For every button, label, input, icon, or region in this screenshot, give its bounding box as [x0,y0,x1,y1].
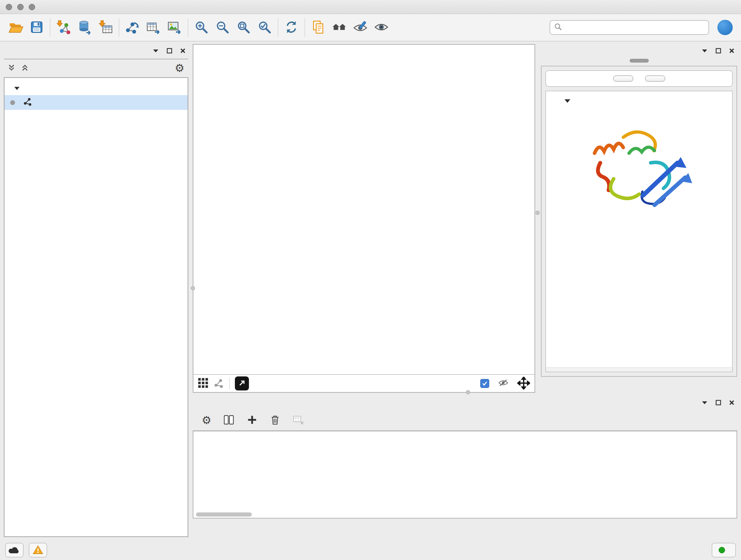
main-area: ⚙ [0,42,741,540]
grid-icon [198,378,209,389]
open-session-button[interactable] [5,17,26,38]
table-tabs [193,518,737,537]
expand-all-button[interactable] [21,64,29,72]
delete-column-button[interactable] [269,414,281,427]
refresh-layout-button[interactable] [281,17,302,38]
current-network-dot-icon [10,100,15,105]
toolbar-separator [188,18,188,37]
import-network-database-button[interactable] [74,17,95,38]
double-chevron-down-icon [8,64,15,72]
float-menu-button[interactable] [152,49,159,54]
show-columns-button[interactable] [223,414,235,427]
float-panel-button[interactable] [716,400,721,407]
table-delete-icon [292,414,305,427]
collapse-all-button[interactable] [8,64,15,72]
close-window-button[interactable] [6,4,12,10]
grid-view-button[interactable] [198,378,209,389]
tree-row-collection[interactable] [4,80,188,95]
zoom-out-button[interactable] [212,17,233,38]
network-icon [23,97,32,108]
zoom-fit-icon [236,20,251,36]
expander-icon[interactable] [14,83,20,92]
show-graphics-button[interactable] [371,17,392,38]
triangle-down-icon [701,49,708,54]
tree-row-network[interactable] [4,95,188,110]
network-view [193,44,535,393]
gear-icon[interactable]: ⚙ [175,63,185,73]
export-image-button[interactable] [164,17,185,38]
import-network-icon [56,19,71,36]
control-panel: ⚙ [4,44,188,537]
close-panel-button[interactable] [729,48,735,55]
close-icon [729,48,735,55]
birdseye-view-button[interactable] [214,378,224,389]
minimize-window-button[interactable] [17,4,23,10]
hscroll-thumb[interactable] [196,512,252,516]
table-hscrollbar [193,511,737,518]
control-panel-toolbar: ⚙ [4,59,188,77]
results-scrollbar[interactable] [546,367,732,372]
network-canvas[interactable] [193,45,535,374]
control-panel-header [4,44,188,58]
close-panel-button[interactable] [729,400,735,407]
warnings-button[interactable] [29,543,47,557]
splitter-handle-right[interactable] [536,211,540,215]
save-icon [29,20,44,36]
import-table-file-button[interactable] [95,17,116,38]
clone-network-button[interactable] [122,17,143,38]
splitter-handle-left[interactable] [191,286,195,290]
close-panel-button[interactable] [180,48,186,55]
maximize-window-button[interactable] [29,4,35,10]
cloud-button[interactable] [5,543,23,557]
copy-document-button[interactable] [308,17,329,38]
network-overview-button[interactable] [329,17,350,38]
tab-string[interactable] [630,59,649,63]
node-table [193,430,737,518]
network-arrows-icon [125,19,140,36]
collapse-all-results-button[interactable] [645,75,665,82]
eye-pencil-icon [353,19,368,36]
database-icon [77,19,92,36]
float-panel-button[interactable] [716,48,721,55]
import-network-file-button[interactable] [53,17,74,38]
zoom-fit-button[interactable] [233,17,254,38]
gene-section [545,91,733,372]
expander-icon[interactable] [564,98,571,105]
memory-status-dot [719,547,725,553]
columns-icon [223,414,235,427]
trash-icon [269,414,281,427]
hide-panels-button[interactable] [350,17,371,38]
network-gray-icon [214,378,224,389]
network-svg [193,45,535,374]
zoom-selected-button[interactable] [254,17,275,38]
zoom-in-button[interactable] [191,17,212,38]
right-column: ⚙ [193,44,737,537]
eye-icon [374,19,389,36]
export-table-button[interactable] [143,17,164,38]
status-bar [0,540,741,560]
memory-button[interactable] [712,543,736,557]
save-session-button[interactable] [26,17,47,38]
cloud-icon [8,545,21,555]
results-buttons-row [545,70,733,87]
zoom-selected-icon [257,20,272,36]
float-menu-button[interactable] [701,400,708,406]
table-settings-gear-icon[interactable]: ⚙ [202,415,211,426]
pan-mode-button[interactable] [517,377,530,390]
move-crosshair-icon [517,377,530,390]
open-in-new-button[interactable] [235,376,249,390]
float-menu-button[interactable] [701,49,708,54]
add-column-button[interactable] [246,414,258,427]
search-icon [554,23,562,32]
float-window-icon [716,48,721,55]
float-panel-button[interactable] [166,48,172,55]
selected-checkbox[interactable] [480,379,489,388]
results-panel [541,44,737,393]
help-button[interactable] [718,20,733,35]
delete-table-button [292,414,305,427]
search-input[interactable] [565,23,704,32]
float-window-icon [716,400,721,407]
expand-all-results-button[interactable] [613,75,633,82]
gene-section-header[interactable] [546,91,732,109]
splitter-handle-bottom[interactable] [466,390,470,394]
